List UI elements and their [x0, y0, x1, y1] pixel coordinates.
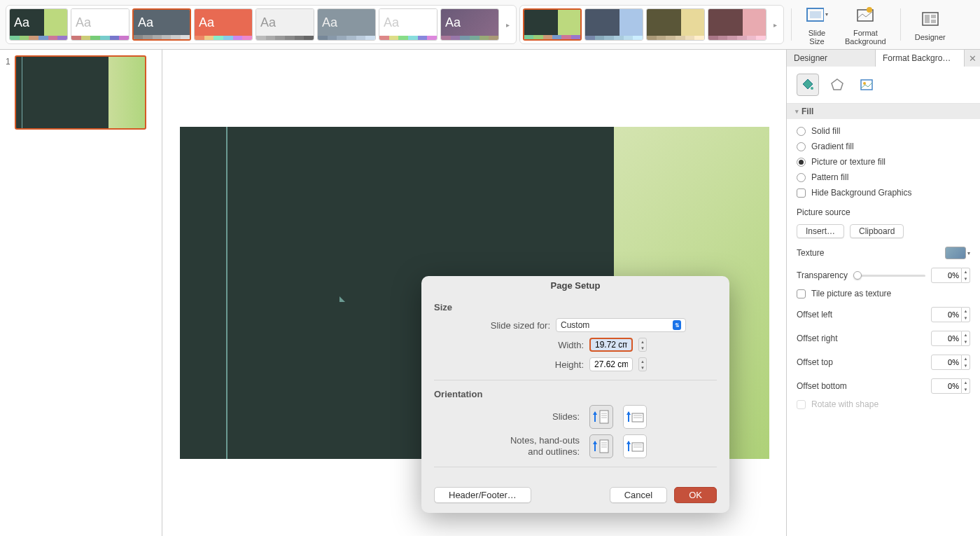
size-section-label: Size: [434, 302, 717, 312]
page-setup-dialog: Page Setup Size Slide sized for: Custom⇅…: [421, 276, 729, 513]
width-label: Width:: [558, 340, 584, 350]
slides-landscape-button[interactable]: [623, 405, 647, 429]
height-label: Height:: [555, 359, 584, 370]
slide-sized-for-label: Slide sized for:: [491, 320, 550, 331]
notes-portrait-button[interactable]: [589, 434, 613, 458]
orientation-section-label: Orientation: [434, 389, 717, 399]
ok-button[interactable]: OK: [674, 487, 717, 503]
dialog-overlay: Page Setup Size Slide sized for: Custom⇅…: [0, 0, 980, 536]
slide-sized-for-select[interactable]: Custom⇅: [556, 318, 686, 332]
notes-landscape-button[interactable]: [623, 434, 647, 458]
svg-rect-19: [600, 440, 608, 453]
height-stepper[interactable]: ▲▼: [638, 357, 647, 371]
header-footer-button[interactable]: Header/Footer…: [434, 487, 531, 503]
height-input[interactable]: [589, 357, 633, 371]
width-stepper[interactable]: ▲▼: [638, 338, 647, 352]
notes-orientation-label: Notes, hand-outs and outlines:: [510, 435, 580, 457]
dialog-title: Page Setup: [421, 276, 729, 295]
svg-rect-12: [600, 411, 608, 423]
slides-orientation-label: Slides:: [552, 411, 580, 422]
slides-portrait-button[interactable]: [589, 405, 613, 429]
width-input[interactable]: [589, 338, 633, 352]
cancel-button[interactable]: Cancel: [610, 487, 667, 503]
